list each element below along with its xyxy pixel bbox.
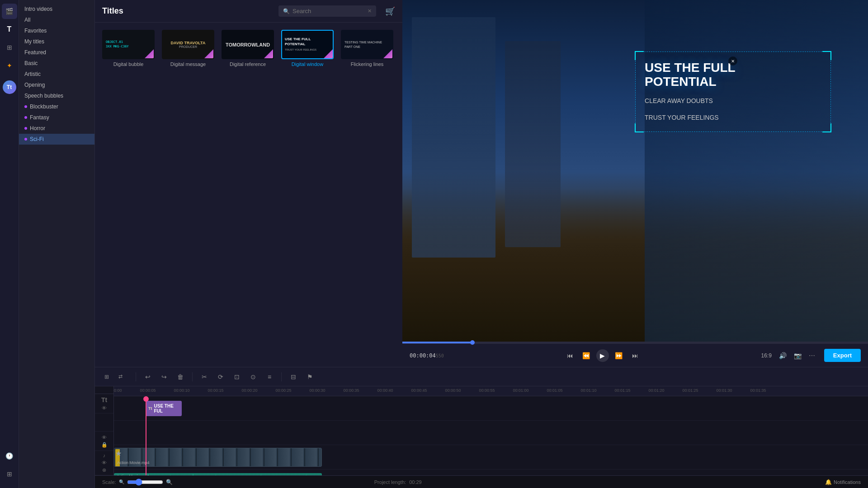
search-box[interactable]: 🔍 ✕ <box>278 5 376 17</box>
search-input[interactable] <box>292 8 365 14</box>
title-label-digital-message: Digital message <box>170 61 206 67</box>
time-display-current: 00:00:04550 <box>410 352 444 359</box>
skip-to-start-button[interactable]: ⏮ <box>564 349 576 362</box>
title-clip-label: USE THE FUL <box>154 404 179 413</box>
preview-sub-text-line1: CLEAR AWAY DOUBTS <box>645 96 821 106</box>
title-clip[interactable]: Tt USE THE FUL <box>146 401 182 416</box>
export-button[interactable]: Export <box>824 349 861 362</box>
premium-badge-3 <box>264 49 273 58</box>
redo-button[interactable]: ↪ <box>158 371 170 383</box>
sidebar-item-blockbuster[interactable]: Blockbuster <box>19 101 94 112</box>
title-card-digital-message[interactable]: DAVID TRAVOLTA PRODUCER Digital message <box>162 30 214 67</box>
video-clip[interactable]: ★ Action Movie.mp4 <box>114 448 322 467</box>
timeline-ruler: 00:00:00 00:00:05 00:00:10 00:00:15 00:0… <box>114 386 868 396</box>
sidebar-item-basic[interactable]: Basic <box>19 58 94 69</box>
video-track-row: ★ Action Movie.mp4 <box>114 445 868 469</box>
play-button[interactable]: ▶ <box>596 349 609 362</box>
title-label-digital-reference: Digital reference <box>230 61 266 67</box>
subtitle-button[interactable]: ⊟ <box>287 371 300 383</box>
progress-bar-container[interactable] <box>402 342 868 343</box>
ruler-mark-9: 00:00:45 <box>411 388 427 393</box>
sidebar-item-horror[interactable]: Horror <box>19 123 94 134</box>
timeline-area: ⊞ ⇄ ↩ ↪ 🗑 ✂ ⟳ ⊡ ⊙ ≡ ⊟ ⚑ <box>95 367 868 475</box>
horror-dot <box>24 127 27 130</box>
sidebar-item-favorites[interactable]: Favorites <box>19 25 94 36</box>
cut-button[interactable]: ✂ <box>198 371 211 383</box>
title-card-flickering-lines[interactable]: TESTING TIME MACHINE PART ONE Flickering… <box>341 30 393 67</box>
ruler-mark-19: 00:01:35 <box>750 388 766 393</box>
preview-main-text-line2: POTENTIAL <box>645 75 821 89</box>
timeline-tracks[interactable]: 00:00:00 00:00:05 00:00:10 00:00:15 00:0… <box>114 386 868 475</box>
icon-bar-item-grid[interactable]: ⊞ <box>2 466 17 482</box>
video-track-eye-icon[interactable]: 👁 <box>102 435 107 440</box>
audio-track-mute-icon[interactable]: ⊗ <box>102 467 106 473</box>
timer-button[interactable]: ⊙ <box>247 371 259 383</box>
skip-to-end-button[interactable]: ⏭ <box>629 349 642 362</box>
progress-bar-fill <box>402 342 472 343</box>
icon-bar-item-transitions[interactable]: ⊞ <box>2 40 17 55</box>
project-length: Project length: 00:29 <box>374 479 422 485</box>
ruler-mark-8: 00:00:40 <box>377 388 393 393</box>
title-card-digital-reference[interactable]: TOMORROWLAND Digital reference <box>222 30 274 67</box>
title-thumb-digital-message: DAVID TRAVOLTA PRODUCER <box>162 30 214 59</box>
corner-br <box>822 123 831 132</box>
notifications-area[interactable]: 🔔 Notifications <box>825 479 861 485</box>
sidebar-item-speech-bubbles[interactable]: Speech bubbles <box>19 90 94 101</box>
preview-close-button[interactable]: ✕ <box>728 56 737 66</box>
sidebar-item-artistic[interactable]: Artistic <box>19 69 94 80</box>
sidebar-item-all[interactable]: All <box>19 14 94 25</box>
sidebar-item-intro-videos[interactable]: Intro videos <box>19 4 94 14</box>
preview-video: ✕ USE THE FULL POTENTIAL CLEAR AWAY DOUB… <box>402 0 868 343</box>
sidebar-item-featured[interactable]: Featured <box>19 47 94 58</box>
step-forward-button[interactable]: ⏩ <box>613 349 625 362</box>
sidebar-item-fantasy[interactable]: Fantasy <box>19 112 94 123</box>
timeline-layers-button[interactable]: ⇄ <box>114 371 127 383</box>
scale-slider[interactable] <box>127 479 163 486</box>
notifications-label: Notifications <box>834 479 861 485</box>
sidebar-item-my-titles[interactable]: My titles <box>19 36 94 47</box>
icon-bar-item-media[interactable]: 🎬 <box>2 4 17 19</box>
premium-badge-5 <box>383 49 392 58</box>
icon-bar-avatar[interactable]: Tt <box>3 80 16 94</box>
audio-clip[interactable]: Action Movie.mp4 <box>114 473 322 475</box>
clear-search-icon[interactable]: ✕ <box>368 8 372 14</box>
title-thumb-digital-window: USE THE FULLPOTENTIAL TRUST YOUR FEELING… <box>281 30 334 59</box>
snapshot-icon[interactable]: 📷 <box>794 352 802 359</box>
titles-content-panel: Titles 🔍 ✕ 🛒 OBJECT.01 3XX MKG-C36Y <box>95 0 402 367</box>
sidebar-item-sci-fi[interactable]: Sci-Fi <box>19 134 94 145</box>
ruler-mark-13: 00:01:05 <box>547 388 562 393</box>
title-track-eye-icon[interactable]: 👁 <box>102 405 107 411</box>
step-back-button[interactable]: ⏪ <box>580 349 593 362</box>
preview-sub-text-line2: TRUST YOUR FEELINGS <box>645 113 821 122</box>
cart-icon[interactable]: 🛒 <box>385 6 395 16</box>
aspect-ratio-selector[interactable]: 16:9 <box>761 352 771 359</box>
adjust-button[interactable]: ≡ <box>263 371 276 383</box>
icon-bar-item-clock[interactable]: 🕐 <box>2 448 17 464</box>
ruler-mark-14: 00:01:10 <box>580 388 596 393</box>
icon-bar-item-titles[interactable]: T <box>2 22 17 37</box>
video-clip-label: Action Movie.mp4 <box>117 460 150 465</box>
undo-button[interactable]: ↩ <box>142 371 154 383</box>
corner-tl <box>635 51 644 60</box>
zoom-in-icon: 🔍 <box>166 479 173 485</box>
more-options-icon[interactable]: ⋯ <box>809 352 815 359</box>
toolbar-separator-1 <box>136 372 136 381</box>
title-label-digital-window: Digital window <box>292 61 323 67</box>
audio-track-eye-icon[interactable]: 👁 <box>102 460 107 465</box>
timeline-add-track-button[interactable]: ⊞ <box>100 371 113 383</box>
volume-icon[interactable]: 🔊 <box>779 352 787 359</box>
ruler-mark-7: 00:00:35 <box>343 388 359 393</box>
flag-button[interactable]: ⚑ <box>303 371 316 383</box>
sidebar-item-opening[interactable]: Opening <box>19 80 94 90</box>
audio-track-row: Action Movie.mp4 <box>114 469 868 475</box>
title-card-digital-window[interactable]: USE THE FULLPOTENTIAL TRUST YOUR FEELING… <box>281 30 334 67</box>
icon-bar-item-effects[interactable]: ✦ <box>2 58 17 73</box>
titles-sidebar: Intro videos All Favorites My titles Fea… <box>19 0 95 488</box>
ruler-mark-12: 00:01:00 <box>513 388 528 393</box>
delete-button[interactable]: 🗑 <box>174 371 187 383</box>
video-track-lock-icon[interactable]: 🔒 <box>101 442 108 448</box>
preview-controls: 00:00:04550 ⏮ ⏪ ▶ ⏩ ⏭ 16:9 🔊 📷 ⋯ Export <box>402 343 868 367</box>
copy-button[interactable]: ⟳ <box>214 371 227 383</box>
title-card-digital-bubble[interactable]: OBJECT.01 3XX MKG-C36Y Digital bubble <box>102 30 155 67</box>
crop-button[interactable]: ⊡ <box>231 371 243 383</box>
